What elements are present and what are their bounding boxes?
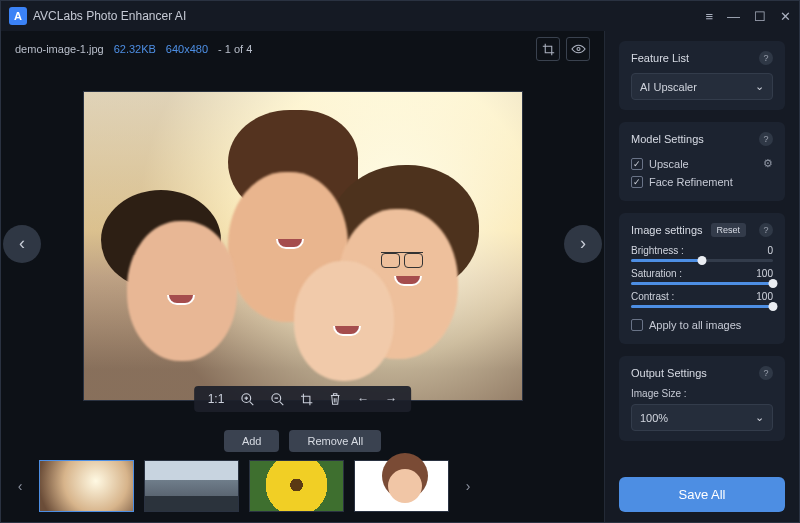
next-image-button[interactable]: ›: [564, 225, 602, 263]
saturation-label: Saturation :: [631, 268, 682, 279]
redo-arrow-icon[interactable]: →: [385, 392, 397, 406]
feature-list-title: Feature List: [631, 52, 689, 64]
help-icon[interactable]: ?: [759, 366, 773, 380]
help-icon[interactable]: ?: [759, 223, 773, 237]
output-settings-panel: Output Settings? Image Size : 100% ⌄: [619, 356, 785, 441]
thumbnail-strip: ‹ ›: [1, 460, 604, 522]
ratio-label[interactable]: 1:1: [208, 392, 225, 406]
model-settings-panel: Model Settings? Upscale ⚙ Face Refinemen…: [619, 122, 785, 201]
upscale-checkbox[interactable]: [631, 158, 643, 170]
image-size-label: Image Size :: [631, 388, 773, 399]
apply-all-label: Apply to all images: [649, 319, 741, 331]
feature-list-panel: Feature List? AI Upscaler ⌄: [619, 41, 785, 110]
crop-tool-icon[interactable]: [300, 393, 313, 406]
delete-icon[interactable]: [329, 392, 341, 406]
saturation-value: 100: [756, 268, 773, 279]
svg-point-0: [577, 48, 580, 51]
zoom-in-icon[interactable]: [240, 392, 254, 406]
upscale-label: Upscale: [649, 158, 689, 170]
add-button[interactable]: Add: [224, 430, 280, 452]
saturation-slider[interactable]: [631, 282, 773, 285]
main-pane: demo-image-1.jpg 62.32KB 640x480 - 1 of …: [1, 31, 604, 522]
close-icon[interactable]: ✕: [780, 9, 791, 24]
right-sidebar: Feature List? AI Upscaler ⌄ Model Settin…: [604, 31, 799, 522]
file-counter: - 1 of 4: [218, 43, 252, 55]
viewer-toolbar: 1:1 ← →: [194, 386, 412, 412]
zoom-out-icon[interactable]: [270, 392, 284, 406]
help-icon[interactable]: ?: [759, 132, 773, 146]
maximize-icon[interactable]: ☐: [754, 9, 766, 24]
thumb-scroll-right[interactable]: ›: [459, 478, 477, 494]
app-title: AVCLabs Photo Enhancer AI: [33, 9, 186, 23]
image-size-value: 100%: [640, 412, 668, 424]
thumb-scroll-left[interactable]: ‹: [11, 478, 29, 494]
feature-select[interactable]: AI Upscaler ⌄: [631, 73, 773, 100]
model-settings-title: Model Settings: [631, 133, 704, 145]
titlebar: A AVCLabs Photo Enhancer AI ≡ — ☐ ✕: [1, 1, 799, 31]
brightness-value: 0: [767, 245, 773, 256]
help-icon[interactable]: ?: [759, 51, 773, 65]
gear-icon[interactable]: ⚙: [763, 157, 773, 170]
reset-button[interactable]: Reset: [711, 223, 747, 237]
file-dimensions: 640x480: [166, 43, 208, 55]
file-info-bar: demo-image-1.jpg 62.32KB 640x480 - 1 of …: [1, 31, 604, 67]
minimize-icon[interactable]: —: [727, 9, 740, 24]
thumbnail-2[interactable]: [144, 460, 239, 512]
thumbnail-1[interactable]: [39, 460, 134, 512]
image-settings-panel: Image settingsReset ? Brightness :0 Satu…: [619, 213, 785, 344]
main-image: [83, 91, 523, 401]
output-settings-title: Output Settings: [631, 367, 707, 379]
image-viewer: ‹ › 1:1 ← →: [1, 67, 604, 420]
preview-eye-icon[interactable]: [566, 37, 590, 61]
app-logo-icon: A: [9, 7, 27, 25]
image-settings-title: Image settings: [631, 224, 703, 236]
face-refinement-checkbox[interactable]: [631, 176, 643, 188]
thumbnail-4[interactable]: [354, 460, 449, 512]
contrast-value: 100: [756, 291, 773, 302]
brightness-label: Brightness :: [631, 245, 684, 256]
brightness-slider[interactable]: [631, 259, 773, 262]
feature-select-value: AI Upscaler: [640, 81, 697, 93]
undo-arrow-icon[interactable]: ←: [357, 392, 369, 406]
remove-all-button[interactable]: Remove All: [289, 430, 381, 452]
chevron-down-icon: ⌄: [755, 80, 764, 93]
crop-icon[interactable]: [536, 37, 560, 61]
thumbnail-3[interactable]: [249, 460, 344, 512]
contrast-label: Contrast :: [631, 291, 674, 302]
save-all-button[interactable]: Save All: [619, 477, 785, 512]
file-size: 62.32KB: [114, 43, 156, 55]
apply-all-checkbox[interactable]: [631, 319, 643, 331]
menu-icon[interactable]: ≡: [705, 9, 713, 24]
prev-image-button[interactable]: ‹: [3, 225, 41, 263]
image-size-select[interactable]: 100% ⌄: [631, 404, 773, 431]
file-name: demo-image-1.jpg: [15, 43, 104, 55]
chevron-down-icon: ⌄: [755, 411, 764, 424]
contrast-slider[interactable]: [631, 305, 773, 308]
face-refinement-label: Face Refinement: [649, 176, 733, 188]
